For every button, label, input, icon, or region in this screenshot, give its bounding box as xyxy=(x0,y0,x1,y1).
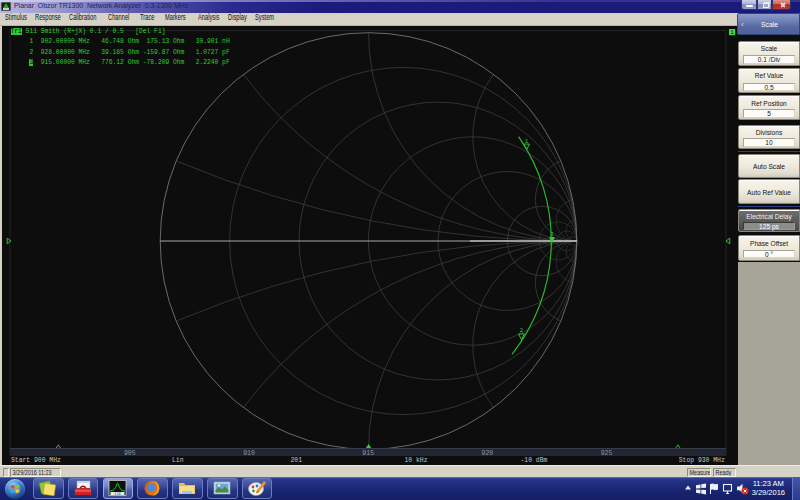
svg-text:3: 3 xyxy=(550,232,553,238)
svg-text:1: 1 xyxy=(525,138,529,145)
svg-text:2: 2 xyxy=(520,327,523,334)
svg-text:1 10: 1 10 xyxy=(114,492,120,496)
